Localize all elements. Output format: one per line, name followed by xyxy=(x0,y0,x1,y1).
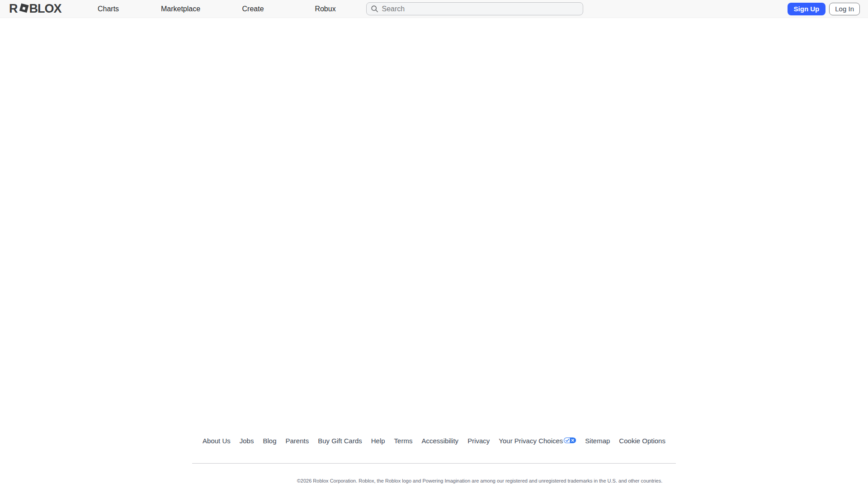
footer-link-about-us[interactable]: About Us xyxy=(203,437,231,445)
footer-link-cookie-options[interactable]: Cookie Options xyxy=(619,437,665,445)
roblox-logo-text-prefix: R xyxy=(9,3,18,15)
footer-links: About Us Jobs Blog Parents Buy Gift Card… xyxy=(0,436,868,445)
nav-item-robux[interactable]: Robux xyxy=(289,0,362,18)
nav-item-create[interactable]: Create xyxy=(217,0,289,18)
log-in-button[interactable]: Log In xyxy=(829,3,860,15)
footer-link-privacy[interactable]: Privacy xyxy=(467,437,490,445)
footer-link-buy-gift-cards[interactable]: Buy Gift Cards xyxy=(318,437,362,445)
footer-link-sitemap[interactable]: Sitemap xyxy=(585,437,610,445)
privacy-choices-icon xyxy=(564,437,576,445)
nav-item-charts[interactable]: Charts xyxy=(72,0,145,18)
main-content-area xyxy=(0,18,868,436)
footer-link-jobs[interactable]: Jobs xyxy=(240,437,254,445)
main-nav: Charts Marketplace Create Robux xyxy=(72,0,362,18)
copyright-row: ©2026 Roblox Corporation. Roblox, the Ro… xyxy=(46,476,868,484)
footer-link-terms[interactable]: Terms xyxy=(394,437,413,445)
footer-divider xyxy=(192,463,676,464)
nav-item-marketplace[interactable]: Marketplace xyxy=(145,0,217,18)
footer-link-your-privacy-choices[interactable]: Your Privacy Choices xyxy=(499,437,576,445)
top-navbar: R BLOX Charts Marketplace Create Robux xyxy=(0,0,868,18)
your-privacy-choices-label: Your Privacy Choices xyxy=(499,437,563,445)
roblox-logo[interactable]: R BLOX xyxy=(9,2,61,15)
footer: About Us Jobs Blog Parents Buy Gift Card… xyxy=(0,436,868,488)
footer-link-help[interactable]: Help xyxy=(371,437,385,445)
footer-link-accessibility[interactable]: Accessibility xyxy=(421,437,458,445)
search-input[interactable] xyxy=(366,2,583,15)
footer-link-parents[interactable]: Parents xyxy=(286,437,309,445)
page: R BLOX Charts Marketplace Create Robux xyxy=(0,0,868,488)
footer-link-blog[interactable]: Blog xyxy=(263,437,276,445)
roblox-tilted-square-icon xyxy=(19,3,29,15)
roblox-logo-text-suffix: BLOX xyxy=(29,3,61,15)
copyright-text: ©2026 Roblox Corporation. Roblox, the Ro… xyxy=(297,478,663,483)
search-bar xyxy=(366,2,583,15)
sign-up-button[interactable]: Sign Up xyxy=(788,3,826,15)
